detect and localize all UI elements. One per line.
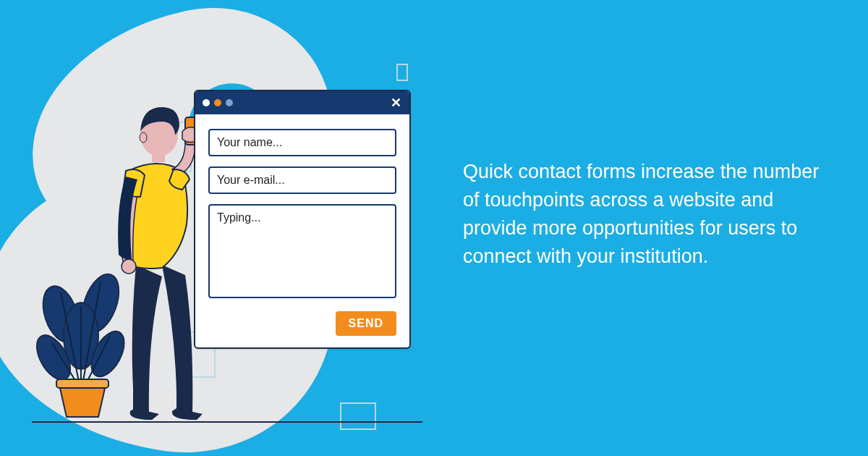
window-titlebar: ✕: [195, 91, 409, 114]
form-body: SEND: [195, 114, 409, 347]
window-dot-icon: [226, 99, 233, 106]
close-icon[interactable]: ✕: [389, 96, 402, 109]
send-button[interactable]: SEND: [336, 311, 396, 336]
svg-point-15: [140, 132, 147, 143]
contact-form-window: ✕ SEND: [194, 90, 411, 349]
email-input[interactable]: [208, 166, 396, 194]
decoration-rect: [340, 402, 376, 430]
message-textarea[interactable]: [208, 204, 396, 298]
traffic-lights: [203, 99, 233, 106]
name-input[interactable]: [208, 129, 396, 156]
window-dot-icon: [214, 99, 221, 106]
marketing-copy: Quick contact forms increase the number …: [463, 158, 832, 271]
svg-point-11: [122, 259, 136, 274]
window-dot-icon: [203, 99, 210, 106]
decoration-rect: [396, 64, 408, 81]
